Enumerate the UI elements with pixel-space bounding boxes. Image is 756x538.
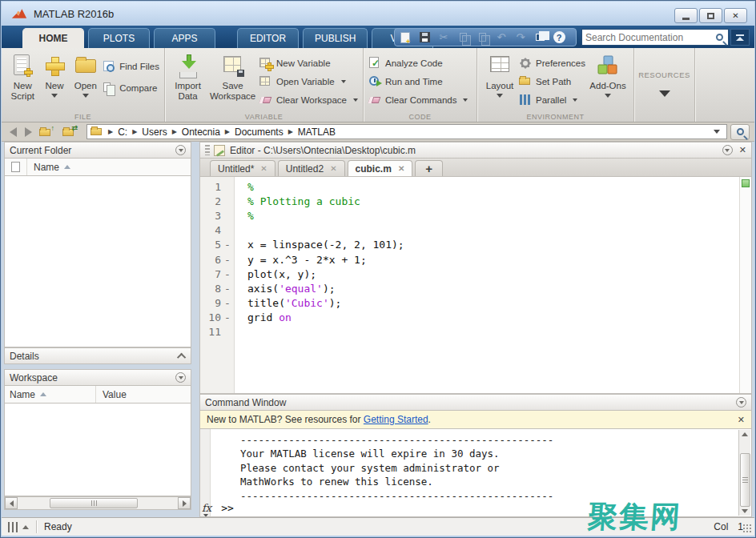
new-button[interactable]: New (41, 53, 69, 110)
run-and-time-button[interactable]: Run and Time (368, 74, 468, 88)
breadcrumb-dropdown-icon[interactable] (714, 130, 720, 134)
breadcrumb-item-matlab[interactable]: MATLAB (298, 126, 336, 138)
code-analyzer-indicator[interactable] (742, 179, 750, 187)
details-header[interactable]: Details (4, 347, 191, 364)
minimize-button[interactable] (674, 8, 698, 23)
vertical-scroll-thumb[interactable] (740, 453, 750, 508)
search-folder-button[interactable] (730, 124, 750, 140)
code-line[interactable]: 9-title('Cubic'); (200, 296, 751, 311)
workspace-horizontal-scrollbar[interactable] (4, 496, 191, 510)
resize-grip[interactable] (742, 524, 752, 533)
command-window-header[interactable]: Command Window (199, 394, 752, 411)
editor-message-bar[interactable] (739, 177, 751, 393)
editor-header[interactable]: Editor - C:\Users\Ontecnia\Desktop\cubic… (199, 142, 752, 159)
back-button[interactable] (10, 127, 17, 137)
forward-button[interactable] (25, 127, 32, 137)
copy-icon[interactable] (456, 31, 470, 44)
tab-close-icon[interactable]: ✕ (260, 164, 267, 173)
open-button[interactable]: Open (70, 53, 101, 110)
editor-menu-icon[interactable] (722, 145, 733, 155)
code-line[interactable]: 6-y = x.^3 - 2*x + 1; (200, 252, 751, 267)
current-folder-list[interactable] (4, 176, 191, 347)
tab-close-icon[interactable]: ✕ (330, 164, 336, 173)
maximize-button[interactable] (699, 8, 722, 23)
tab-home[interactable]: HOME (22, 28, 84, 48)
workspace-header[interactable]: Workspace (4, 369, 191, 386)
editor-close-icon[interactable]: ✕ (739, 145, 746, 155)
open-variable-button[interactable]: Open Variable (259, 74, 358, 88)
analyze-code-button[interactable]: Analyze Code (368, 56, 468, 70)
scroll-up-button[interactable] (740, 430, 750, 439)
help-icon[interactable]: ? (552, 31, 566, 44)
horizontal-scroll-thumb[interactable] (50, 498, 138, 508)
clear-commands-button[interactable]: Clear Commands (368, 93, 468, 106)
title-bar[interactable]: MATLAB R2016b ✕ (2, 2, 754, 26)
cut-icon[interactable]: ✂ (436, 31, 451, 44)
set-path-button[interactable]: Set Path (519, 74, 585, 88)
banner-close-icon[interactable]: ✕ (738, 415, 745, 425)
tab-apps[interactable]: APPS (154, 28, 215, 48)
layout-button[interactable]: Layout (482, 53, 517, 110)
getting-started-link[interactable]: Getting Started (364, 414, 428, 425)
current-folder-header[interactable]: Current Folder (4, 142, 191, 159)
panel-splitter-vertical[interactable] (191, 142, 199, 517)
compare-button[interactable]: Compare (103, 81, 159, 94)
code-line[interactable]: 2% Plotting a cubic (200, 194, 751, 208)
switch-windows-icon[interactable] (533, 31, 547, 44)
code-line[interactable]: 3% (200, 208, 751, 223)
preferences-button[interactable]: Preferences (519, 56, 585, 70)
tab-plots[interactable]: PLOTS (88, 28, 150, 48)
editor-new-tab-button[interactable]: + (415, 160, 443, 176)
parallel-status-icon[interactable] (8, 522, 19, 532)
code-line[interactable]: 4 (200, 223, 751, 238)
scroll-down-button[interactable] (740, 507, 750, 516)
breadcrumb-item-users[interactable]: Users (142, 126, 167, 138)
tab-publish[interactable]: PUBLISH (303, 28, 368, 48)
workspace-menu-icon[interactable] (175, 372, 186, 383)
current-folder-column-header[interactable]: Name (4, 159, 191, 176)
find-files-button[interactable]: Find Files (103, 59, 159, 73)
scroll-left-button[interactable] (5, 497, 18, 509)
code-line[interactable]: 11 (200, 325, 751, 339)
import-data-button[interactable]: Import Data (170, 53, 206, 110)
editor-tab-cubic[interactable]: cubic.m✕ (348, 160, 413, 176)
clear-workspace-button[interactable]: Clear Workspace (259, 93, 358, 106)
minimize-ribbon-button[interactable] (730, 29, 750, 46)
up-one-level-icon[interactable]: ↑ (39, 126, 55, 139)
save-workspace-button[interactable]: Save Workspace (207, 53, 258, 110)
close-button[interactable]: ✕ (724, 8, 747, 23)
add-ons-button[interactable]: Add-Ons (587, 53, 629, 110)
tab-editor[interactable]: EDITOR (237, 28, 299, 48)
editor-tab-untitled2[interactable]: Untitled2✕ (278, 160, 345, 176)
editor-tab-untitled[interactable]: Untitled*✕ (210, 160, 275, 176)
code-line[interactable]: 7-plot(x, y); (200, 267, 751, 281)
breadcrumb[interactable]: ▶ C: ▶ Users ▶ Ontecnia ▶ Documents ▶ MA… (86, 124, 727, 139)
breadcrumb-item-user[interactable]: Ontecnia (182, 126, 220, 138)
new-script-button[interactable]: New Script (6, 53, 39, 110)
undo-icon[interactable]: ↶ (494, 31, 509, 44)
function-hints-icon[interactable]: fx (202, 502, 211, 514)
browse-for-folder-icon[interactable]: ⇄ (62, 126, 78, 139)
scroll-right-button[interactable] (178, 497, 191, 509)
parallel-status-arrow-icon[interactable] (22, 525, 29, 529)
new-variable-button[interactable]: New Variable (259, 56, 358, 70)
code-line[interactable]: 8-axis('equal'); (200, 281, 751, 295)
code-line[interactable]: 5-x = linspace(-2, 2, 101); (200, 238, 751, 252)
command-prompt[interactable]: >> (221, 502, 234, 514)
breadcrumb-item-documents[interactable]: Documents (235, 126, 284, 138)
redo-icon[interactable]: ↷ (513, 31, 528, 44)
code-line[interactable]: 10-grid on (200, 311, 751, 325)
paste-icon[interactable] (475, 31, 489, 44)
workspace-column-header[interactable]: Name Value (4, 386, 191, 404)
command-window-scrollbar[interactable] (738, 430, 750, 516)
current-folder-menu-icon[interactable] (175, 145, 186, 155)
search-icon[interactable] (716, 34, 723, 41)
parallel-button[interactable]: Parallel (519, 93, 585, 106)
tab-close-icon[interactable]: ✕ (398, 164, 404, 173)
code-editor[interactable]: 1%2% Plotting a cubic3%45-x = linspace(-… (199, 177, 752, 394)
code-line[interactable]: 1% (200, 179, 751, 194)
new-file-icon[interactable]: + (398, 31, 412, 44)
ribbon-group-resources[interactable]: RESOURCES (634, 48, 695, 122)
search-documentation-input[interactable] (582, 32, 716, 43)
workspace-list[interactable] (4, 404, 191, 496)
